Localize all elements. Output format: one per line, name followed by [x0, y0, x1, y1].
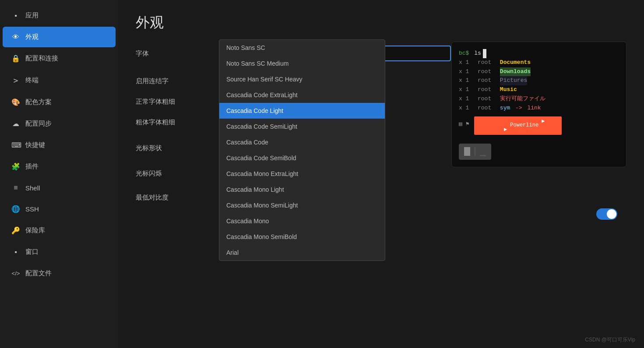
globe-icon: 🌐 — [11, 205, 20, 213]
sidebar-item-label: 终端 — [25, 76, 39, 84]
min-contrast-label: 最低对比度 — [136, 193, 223, 202]
sidebar-item-window[interactable]: ▪ 窗口 — [3, 242, 116, 262]
dropdown-item-6[interactable]: Cascadia Code — [219, 134, 385, 150]
palette-icon: 🎨 — [11, 98, 20, 106]
ligatures-label: 启用连结字 — [136, 77, 223, 85]
cloud-icon: ☁ — [11, 120, 20, 128]
sidebar-item-sync[interactable]: ☁ 配置同步 — [3, 113, 116, 134]
sidebar-item-config[interactable]: </> 配置文件 — [3, 263, 116, 284]
sidebar-item-label: 快捷键 — [25, 141, 45, 149]
term-line-prompt: bc$ ls — [459, 49, 619, 58]
term-line-6: x 1 root sym -> link — [459, 104, 619, 113]
term-owner-1: root — [478, 58, 498, 67]
sidebar-item-hotkeys[interactable]: ⌨ 快捷键 — [3, 135, 116, 155]
lock-icon: 🔒 — [11, 54, 20, 63]
term-perm-1: x 1 — [459, 58, 476, 67]
sidebar-item-appearance[interactable]: 👁 外观 — [3, 27, 116, 47]
term-prompt: bc$ — [459, 49, 469, 58]
sidebar-item-colorscheme[interactable]: 🎨 配色方案 — [3, 92, 116, 112]
cursor-shape-label: 光标形状 — [136, 144, 223, 152]
term-perm-4: x 1 — [459, 85, 476, 95]
sidebar-item-label: 配置同步 — [25, 120, 52, 128]
cursor-block-preview — [464, 147, 470, 156]
sidebar-item-profiles[interactable]: 🔒 配置和连接 — [3, 48, 116, 69]
cursor-blink-label: 光标闪烁 — [136, 169, 223, 178]
sidebar-item-label: 保险库 — [25, 226, 45, 235]
sidebar-item-label: Shell — [25, 184, 40, 192]
term-owner-6: root — [478, 104, 498, 113]
key-icon: 🔑 — [11, 226, 20, 235]
watermark: CSDN @可口可乐Vip — [585, 336, 635, 344]
code-icon: </> — [11, 270, 20, 277]
dropdown-item-0[interactable]: Noto Sans SC — [219, 40, 385, 56]
list-icon: ≡ — [11, 184, 20, 192]
term-perm-3: x 1 — [459, 76, 476, 85]
term-line-powerline: ▤ ⚑ ▶ Powerline ▶ — [459, 115, 619, 135]
term-powerline-badge: ▶ Powerline ▶ — [474, 116, 562, 135]
cursor-preview-box — [459, 144, 491, 160]
term-file-3: Pictures — [500, 76, 527, 85]
main-content: 外观 字体 14 启用连结字 正常字体粗细 粗体字体粗细 光标形状 | — [118, 0, 644, 348]
term-perm-5: x 1 — [459, 95, 476, 104]
keyboard-icon: ⌨ — [11, 141, 20, 149]
font-dropdown[interactable]: Noto Sans SC Noto Sans SC Medium Source … — [219, 39, 385, 261]
dropdown-item-3[interactable]: Cascadia Code ExtraLight — [219, 87, 385, 103]
normal-weight-label: 正常字体粗细 — [136, 98, 223, 106]
term-file-sym: sym — [500, 104, 510, 113]
sidebar: ▪ 应用 👁 外观 🔒 配置和连接 > 终端 🎨 配色方案 ☁ 配置同步 ⌨ 快… — [0, 0, 118, 348]
term-cursor — [483, 49, 486, 58]
term-owner-4: root — [478, 85, 498, 95]
dropdown-item-8[interactable]: Cascadia Mono ExtraLight — [219, 166, 385, 182]
dropdown-item-13[interactable]: Arial — [219, 245, 385, 260]
sidebar-item-label: 窗口 — [25, 248, 39, 256]
sidebar-item-shell[interactable]: ≡ Shell — [3, 178, 116, 198]
dropdown-item-10[interactable]: Cascadia Mono SemiLight — [219, 197, 385, 213]
terminal-icon: > — [11, 76, 20, 85]
sidebar-item-label: 应用 — [25, 11, 39, 20]
dropdown-item-1[interactable]: Noto Sans SC Medium — [219, 56, 385, 71]
sidebar-item-vault[interactable]: 🔑 保险库 — [3, 220, 116, 241]
term-file-5: 実行可能ファイル — [500, 95, 545, 104]
term-line-4: x 1 root Music — [459, 85, 619, 95]
term-line-5: x 1 root 実行可能ファイル — [459, 95, 619, 104]
term-file-1: Documents — [500, 58, 531, 67]
blink-toggle-container — [596, 208, 617, 220]
toggle-knob — [607, 209, 616, 219]
term-cmd: ls — [471, 49, 481, 58]
term-link: link — [527, 104, 541, 113]
term-file-4: Music — [500, 85, 517, 95]
cursor-underline-preview — [480, 155, 486, 156]
term-owner-2: root — [478, 67, 498, 77]
dropdown-item-7[interactable]: Cascadia Code SemiBold — [219, 150, 385, 166]
term-perm-6: x 1 — [459, 104, 476, 113]
font-label: 字体 — [136, 49, 223, 58]
sidebar-item-label: 外观 — [25, 33, 39, 41]
dropdown-item-5[interactable]: Cascadia Code SemiLight — [219, 119, 385, 134]
puzzle-icon: 🧩 — [11, 162, 20, 171]
appearance-icon: 👁 — [11, 33, 20, 41]
dropdown-item-12[interactable]: Cascadia Mono SemiBold — [219, 229, 385, 245]
dropdown-item-2[interactable]: Source Han Serif SC Heavy — [219, 71, 385, 87]
powerline-text: Powerline — [510, 121, 538, 130]
sidebar-item-terminal[interactable]: > 终端 — [3, 70, 116, 91]
dropdown-item-9[interactable]: Cascadia Mono Light — [219, 182, 385, 197]
term-line-3: x 1 root Pictures — [459, 76, 619, 85]
dropdown-item-4[interactable]: Cascadia Code Light — [219, 103, 385, 119]
page-title: 外观 — [136, 13, 626, 32]
cursor-preview-row — [459, 144, 619, 160]
sidebar-item-plugins[interactable]: 🧩 插件 — [3, 156, 116, 177]
term-arrow: -> — [512, 104, 525, 113]
dropdown-item-11[interactable]: Cascadia Mono — [219, 213, 385, 229]
sidebar-item-label: 插件 — [25, 162, 39, 171]
apps-icon: ▪ — [11, 12, 20, 20]
term-owner-5: root — [478, 95, 498, 104]
sidebar-item-ssh[interactable]: 🌐 SSH — [3, 199, 116, 219]
blink-toggle[interactable] — [596, 208, 617, 220]
term-icon-1: ▤ ⚑ — [459, 120, 472, 129]
term-file-2: Downloads — [500, 67, 531, 77]
sidebar-item-label: 配色方案 — [25, 98, 52, 106]
sidebar-item-apps[interactable]: ▪ 应用 — [3, 5, 116, 26]
sidebar-item-label: 配置和连接 — [25, 54, 58, 63]
terminal-preview: bc$ ls x 1 root Documents x 1 root Downl… — [451, 42, 626, 167]
sidebar-item-label: SSH — [25, 205, 39, 213]
